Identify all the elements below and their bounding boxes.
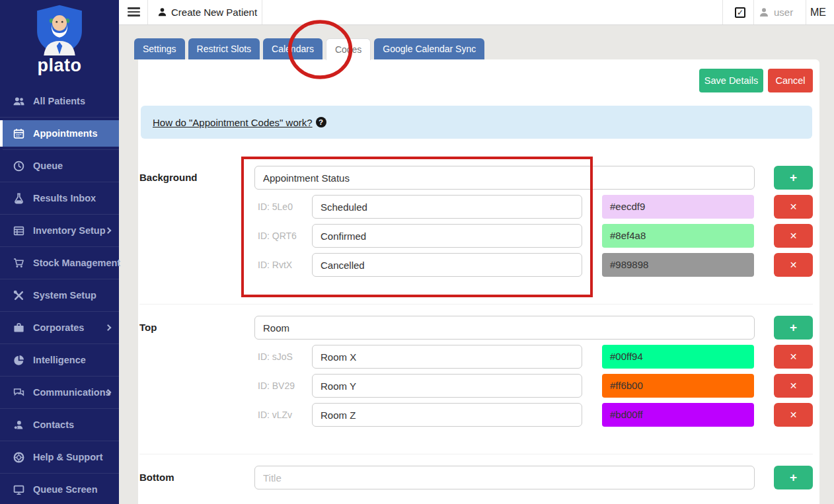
user-menu[interactable]: user xyxy=(759,0,793,24)
sidebar-item-label: Corporates xyxy=(33,322,84,333)
code-name-input[interactable] xyxy=(312,195,582,219)
user-label: user xyxy=(774,7,793,18)
chat-bubbles-icon xyxy=(13,386,24,398)
code-id-label: ID: RvtX xyxy=(258,253,292,277)
menu-toggle-icon[interactable] xyxy=(128,7,140,17)
topbar: Create New Patient ✓ user ME xyxy=(119,0,834,25)
tab-google-calendar-sync[interactable]: Google Calendar Sync xyxy=(374,38,484,59)
list-icon xyxy=(13,225,24,236)
sidebar-nav: All Patients Appointments Queue Results … xyxy=(0,88,119,504)
sidebar-item-results-inbox[interactable]: Results Inbox xyxy=(0,185,119,211)
color-swatch[interactable]: #bd00ff xyxy=(602,403,754,427)
group-title-input-background[interactable] xyxy=(254,166,755,190)
section-divider xyxy=(139,304,813,305)
briefcase-icon xyxy=(13,322,24,334)
divider xyxy=(753,0,754,24)
lifebuoy-icon xyxy=(13,451,24,463)
sidebar-item-queue-screen[interactable]: Queue Screen xyxy=(0,476,119,503)
monitor-icon xyxy=(13,484,24,495)
sidebar-item-inventory-setup[interactable]: Inventory Setup xyxy=(0,217,119,244)
add-code-button-bottom[interactable]: + xyxy=(774,466,813,489)
sidebar-item-label: Inventory Setup xyxy=(33,225,106,236)
tab-restrict-slots[interactable]: Restrict Slots xyxy=(188,38,260,59)
color-swatch[interactable]: #00ff94 xyxy=(602,345,754,369)
sidebar-item-system-setup[interactable]: System Setup xyxy=(0,282,119,308)
color-swatch[interactable]: #eecdf9 xyxy=(602,195,754,219)
sidebar-item-label: Queue Screen xyxy=(33,484,98,495)
sidebar-item-intelligence[interactable]: Intelligence xyxy=(0,347,119,373)
add-code-button-top[interactable]: + xyxy=(774,316,813,340)
question-icon[interactable]: ? xyxy=(316,117,326,127)
tab-bar: Settings Restrict Slots Calendars Codes … xyxy=(134,38,484,59)
sidebar-item-communications[interactable]: Communications xyxy=(0,379,119,406)
check-glyph: ✓ xyxy=(737,8,743,17)
delete-code-button[interactable]: ✕ xyxy=(774,224,813,248)
plato-logo-icon xyxy=(30,4,89,55)
app-title: plato xyxy=(0,55,119,76)
delete-code-button[interactable]: ✕ xyxy=(774,345,813,369)
delete-code-button[interactable]: ✕ xyxy=(774,195,813,219)
flask-icon xyxy=(13,192,24,204)
sidebar: plato All Patients Appointments Queue Re… xyxy=(0,0,119,504)
sidebar-item-queue[interactable]: Queue xyxy=(0,153,119,179)
logo[interactable]: plato xyxy=(0,4,119,87)
contact-card-icon xyxy=(13,419,24,431)
section-label-top: Top xyxy=(139,316,157,340)
tab-codes[interactable]: Codes xyxy=(326,38,371,60)
sidebar-item-label: System Setup xyxy=(33,290,96,301)
tools-icon xyxy=(13,289,24,301)
code-name-input[interactable] xyxy=(312,374,582,398)
person-icon xyxy=(157,7,167,17)
user-initials[interactable]: ME xyxy=(810,0,826,24)
add-code-button-background[interactable]: + xyxy=(774,166,813,190)
chevron-right-icon xyxy=(105,324,112,331)
cancel-button[interactable]: Cancel xyxy=(768,69,813,92)
users-icon xyxy=(13,95,24,107)
app-window: plato All Patients Appointments Queue Re… xyxy=(0,0,834,504)
delete-code-button[interactable]: ✕ xyxy=(774,403,813,427)
section-divider xyxy=(139,454,813,454)
code-name-input[interactable] xyxy=(312,403,582,427)
divider xyxy=(147,0,148,24)
sidebar-item-label: Appointments xyxy=(33,128,97,139)
sidebar-item-contacts[interactable]: Contacts xyxy=(0,412,119,438)
group-title-input-bottom[interactable] xyxy=(254,466,755,489)
create-new-patient-label: Create New Patient xyxy=(171,7,257,18)
codes-panel: Save Details Cancel How do "Appointment … xyxy=(138,59,819,504)
color-swatch[interactable]: #ff6b00 xyxy=(602,374,754,398)
sidebar-item-corporates[interactable]: Corporates xyxy=(0,314,119,341)
pie-chart-icon xyxy=(13,354,24,366)
code-name-input[interactable] xyxy=(312,224,582,248)
code-id-label: ID: 5Le0 xyxy=(258,195,293,219)
code-id-label: ID: QRT6 xyxy=(258,224,297,248)
save-details-button[interactable]: Save Details xyxy=(699,69,763,92)
help-banner: How do "Appointment Codes" work? ? xyxy=(141,106,812,139)
user-icon xyxy=(759,7,769,18)
sidebar-item-label: Intelligence xyxy=(33,355,86,365)
sidebar-item-all-patients[interactable]: All Patients xyxy=(0,88,119,114)
sidebar-item-help-support[interactable]: Help & Support xyxy=(0,444,119,470)
section-label-bottom: Bottom xyxy=(139,466,174,489)
sidebar-item-label: Queue xyxy=(33,161,63,171)
clock-icon xyxy=(13,160,24,172)
section-label-background: Background xyxy=(139,166,198,190)
help-link[interactable]: How do "Appointment Codes" work? xyxy=(153,117,313,128)
create-new-patient-button[interactable]: Create New Patient xyxy=(157,0,257,24)
group-title-input-top[interactable] xyxy=(254,316,755,340)
divider xyxy=(262,0,262,24)
sidebar-item-label: Help & Support xyxy=(33,452,103,462)
code-id-label: ID: BV29 xyxy=(258,374,295,398)
sidebar-item-stock-management[interactable]: Stock Management xyxy=(0,250,119,276)
color-swatch[interactable]: #989898 xyxy=(602,253,754,277)
delete-code-button[interactable]: ✕ xyxy=(774,374,813,398)
color-swatch[interactable]: #8ef4a8 xyxy=(602,224,754,248)
sidebar-item-appointments[interactable]: Appointments xyxy=(0,120,119,147)
code-name-input[interactable] xyxy=(312,253,582,277)
cart-icon xyxy=(13,257,24,269)
sidebar-item-label: Communications xyxy=(33,387,111,398)
tab-calendars[interactable]: Calendars xyxy=(263,38,322,59)
tab-settings[interactable]: Settings xyxy=(134,38,185,59)
checkbox-icon[interactable]: ✓ xyxy=(735,7,745,18)
delete-code-button[interactable]: ✕ xyxy=(774,253,813,277)
code-name-input[interactable] xyxy=(312,345,582,369)
